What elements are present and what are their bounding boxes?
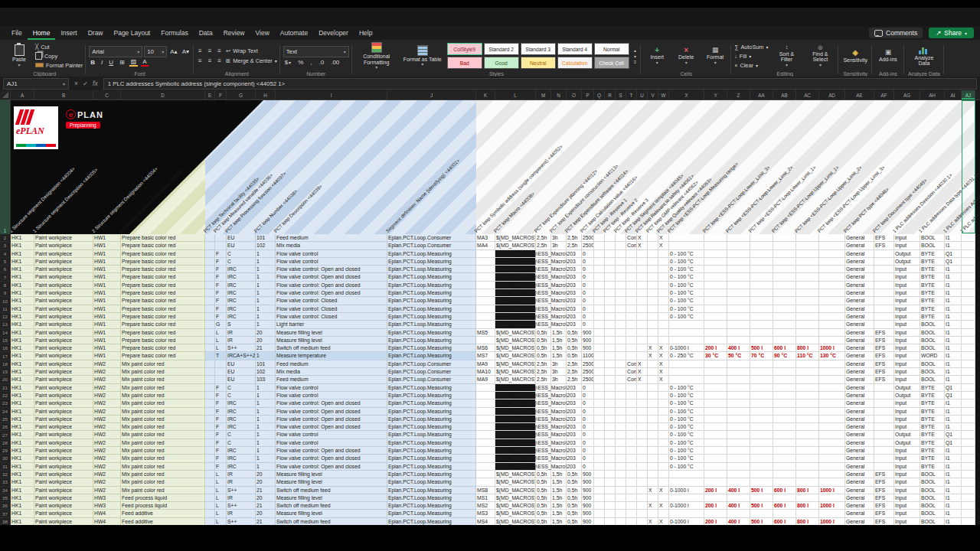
cell-H25[interactable]: 1 <box>256 416 276 423</box>
cell-G34[interactable]: S++ <box>227 487 256 494</box>
cell-AJ5[interactable] <box>962 258 975 266</box>
cell-D28[interactable]: Mix paint color red <box>121 439 205 447</box>
cell-AI14[interactable]: I1 <box>945 329 962 337</box>
cell-AH29[interactable]: BYTE <box>920 447 945 455</box>
cell-AH19[interactable]: BOOL <box>920 368 945 376</box>
cell-AE5[interactable]: General <box>845 258 874 266</box>
column-header-AE[interactable]: AE <box>845 90 874 99</box>
cell-E15[interactable] <box>205 337 215 344</box>
cell-AF13[interactable] <box>874 321 894 328</box>
cell-AG12[interactable]: Input <box>894 313 920 321</box>
cell-S17[interactable] <box>616 352 626 360</box>
cell-C3[interactable]: HW1 <box>93 242 121 249</box>
cell-Y3[interactable] <box>704 242 727 249</box>
gallery-up-button[interactable]: ▴ <box>634 47 637 53</box>
cell-Z31[interactable] <box>727 463 750 471</box>
cell-V19[interactable] <box>648 368 658 376</box>
cell-V21[interactable] <box>648 384 658 392</box>
cell-P21[interactable]: 0 <box>582 384 594 392</box>
cell-L29[interactable]: $(MD_MACROS)\ESS_Macro\203 <box>495 447 536 455</box>
cell-D34[interactable]: Mix paint color red <box>121 487 205 494</box>
cell-V14[interactable] <box>648 329 658 337</box>
cell-AC2[interactable] <box>796 234 819 242</box>
cell-AJ36[interactable] <box>962 502 975 510</box>
cell-A34[interactable]: HK1 <box>11 487 34 494</box>
cell-K27[interactable] <box>476 431 495 439</box>
cell-AF10[interactable] <box>874 297 894 305</box>
cell-T29[interactable] <box>626 447 637 455</box>
cell-AD24[interactable] <box>819 408 845 416</box>
cell-W2[interactable]: X <box>658 234 669 242</box>
cell-AG38[interactable]: Input <box>894 518 920 525</box>
cell-G24[interactable]: IRC <box>227 408 256 416</box>
cell-AI28[interactable]: Q1 <box>945 439 962 447</box>
cell-AG15[interactable]: Input <box>894 337 920 344</box>
cell-AA15[interactable] <box>750 337 773 344</box>
cell-style-calculation[interactable]: Calculation <box>557 57 593 69</box>
cell-Y14[interactable] <box>704 329 727 337</box>
cell-F37[interactable]: L <box>215 510 227 517</box>
cell-AE30[interactable]: General <box>845 455 874 462</box>
cell-A38[interactable]: HK1 <box>11 518 34 525</box>
cell-K8[interactable] <box>476 282 495 289</box>
cell-L24[interactable]: $(MD_MACROS)\ESS_Macro\203 <box>495 408 536 416</box>
cell-Y36[interactable]: 200 l <box>704 502 727 510</box>
row-header-21[interactable]: 21 <box>0 384 11 392</box>
cell-R7[interactable] <box>605 273 616 281</box>
cell-AE26[interactable]: General <box>845 423 874 431</box>
cell-S8[interactable] <box>616 282 626 289</box>
cell-I15[interactable]: Measure filling level <box>276 337 387 344</box>
cell-U13[interactable] <box>637 321 648 328</box>
cell-AI35[interactable]: I1 <box>945 494 962 502</box>
cell-AE2[interactable]: General <box>845 234 874 242</box>
addins-button[interactable]: ▣ Add-ins <box>875 48 901 63</box>
cell-G6[interactable]: IRC <box>227 266 256 273</box>
cell-AD37[interactable] <box>819 510 845 517</box>
column-header-S[interactable]: S <box>616 90 626 99</box>
cell-H7[interactable]: 1 <box>256 273 276 281</box>
cell-AB15[interactable] <box>773 337 796 344</box>
cell-S38[interactable] <box>616 518 626 525</box>
cell-AI22[interactable]: Q1 <box>945 392 962 399</box>
cell-I29[interactable]: Flow valve control: Open and closed <box>276 447 387 455</box>
cell-AE34[interactable]: General <box>845 487 874 494</box>
cell-H4[interactable]: 1 <box>256 250 276 258</box>
cell-B19[interactable]: Paint workpiece <box>34 368 93 376</box>
cell-AE38[interactable]: General <box>845 518 874 525</box>
cell-Y11[interactable] <box>704 305 727 313</box>
cell-Q37[interactable] <box>594 510 605 517</box>
cell-AD26[interactable] <box>819 423 845 431</box>
cell-E19[interactable] <box>205 368 215 376</box>
cell-Q22[interactable] <box>594 392 605 399</box>
cell-S5[interactable] <box>616 258 626 266</box>
cell-AC7[interactable] <box>796 273 819 281</box>
cell-Z35[interactable] <box>727 494 750 502</box>
cell-R12[interactable] <box>605 313 616 321</box>
cell-AI34[interactable]: I1 <box>945 487 962 494</box>
cell-E29[interactable] <box>205 447 215 455</box>
cell-C21[interactable]: HW2 <box>93 384 121 392</box>
cell-AI11[interactable]: I1 <box>945 305 962 313</box>
cell-AE14[interactable]: General <box>845 329 874 337</box>
cell-Y38[interactable]: 200 l <box>704 518 727 525</box>
cell-J30[interactable]: Eplan.PCT.Loop.Measuring <box>387 455 476 462</box>
cell-R8[interactable] <box>605 282 616 289</box>
cell-P19[interactable]: 2500 <box>582 368 594 376</box>
column-header-AA[interactable]: AA <box>750 90 773 99</box>
cell-AB8[interactable] <box>773 282 796 289</box>
cell-K21[interactable] <box>476 384 495 392</box>
cell-H34[interactable]: 21 <box>256 487 276 494</box>
cell-K31[interactable] <box>476 463 495 471</box>
cell-A6[interactable]: HK1 <box>11 266 34 273</box>
cell-P18[interactable]: 2500 <box>582 360 594 368</box>
cell-C2[interactable]: HW1 <box>93 234 121 242</box>
cell-U33[interactable] <box>637 478 648 486</box>
cell-AI32[interactable]: I1 <box>945 471 962 478</box>
cell-H6[interactable]: 1 <box>256 266 276 273</box>
cell-H29[interactable]: 1 <box>256 447 276 455</box>
cell-S22[interactable] <box>616 392 626 399</box>
cell-T38[interactable] <box>626 518 637 525</box>
cell-K16[interactable]: MS6 <box>476 344 495 352</box>
comments-button[interactable]: Comments <box>869 28 923 38</box>
cell-X4[interactable]: 0 - 100 °C <box>669 250 704 258</box>
